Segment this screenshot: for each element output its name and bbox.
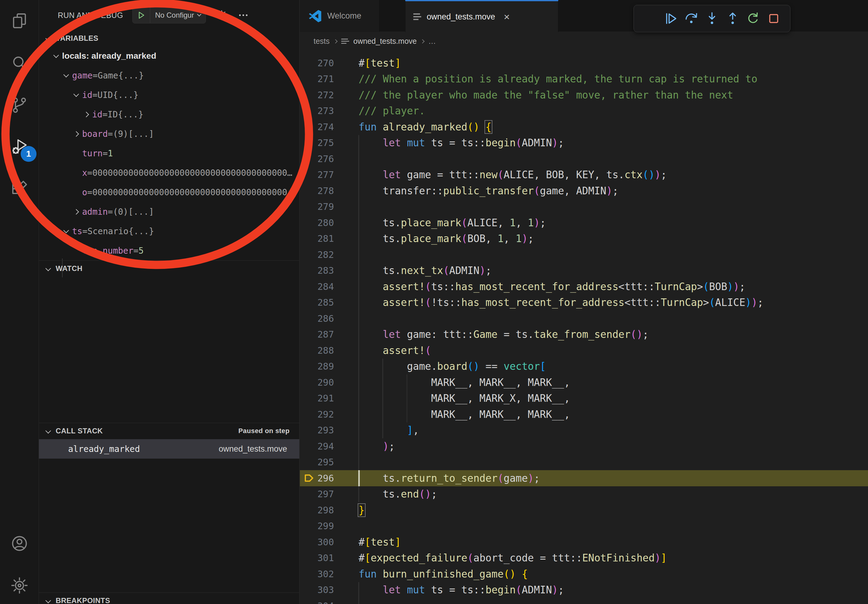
- code-line[interactable]: 292 MARK__, MARK__, MARK__,: [300, 406, 868, 423]
- variable-row[interactable]: txn_number = 5: [39, 241, 299, 260]
- chevron-down-icon[interactable]: [70, 94, 82, 96]
- code-line[interactable]: 275 let mut ts = ts::begin(ADMIN);: [300, 135, 868, 151]
- step-over-button[interactable]: [683, 10, 700, 27]
- variable-name: id: [92, 110, 102, 119]
- code-line[interactable]: 284 assert!(ts::has_most_recent_for_addr…: [300, 279, 868, 295]
- code-line[interactable]: 281 ts.place_mark(BOB, 1, 1);: [300, 231, 868, 247]
- code-line[interactable]: 286: [300, 311, 868, 327]
- line-number: 287: [315, 329, 334, 340]
- code-line[interactable]: 280 ts.place_mark(ALICE, 1, 1);: [300, 215, 868, 231]
- config-dropdown[interactable]: No Configur: [150, 11, 206, 19]
- line-number: 285: [315, 297, 334, 308]
- indent-guide: [358, 215, 359, 231]
- variable-row[interactable]: o = 000000000000000000000000000000000000…: [39, 183, 299, 202]
- toolbar-drag-handle[interactable]: [642, 10, 659, 27]
- code-line[interactable]: 290 MARK__, MARK__, MARK__,: [300, 375, 868, 390]
- search-icon[interactable]: [0, 47, 39, 80]
- code-line[interactable]: 297 ts.end();: [300, 486, 868, 502]
- variable-row[interactable]: x = 000000000000000000000000000000000000…: [39, 163, 299, 183]
- tab-owned-tests-move[interactable]: owned_tests.move ×: [405, 0, 558, 32]
- code-line[interactable]: 270#[test]: [300, 55, 868, 71]
- variable-row[interactable]: turn = 1: [39, 144, 299, 163]
- indent-guide: [382, 359, 383, 375]
- stack-frame-row[interactable]: already_marked owned_tests.move: [39, 439, 299, 458]
- watch-section-header[interactable]: WATCH: [39, 260, 299, 276]
- extensions-icon[interactable]: [0, 173, 39, 206]
- step-into-button[interactable]: [704, 10, 721, 27]
- variable-row[interactable]: ts = Scenario{...}: [39, 221, 299, 241]
- chevron-right-icon[interactable]: [80, 113, 92, 116]
- indent-guide: [358, 279, 359, 295]
- breadcrumb-folder[interactable]: tests: [313, 37, 330, 46]
- code-line[interactable]: 303 let mut ts = ts::begin(ADMIN);: [300, 582, 868, 598]
- code-line[interactable]: 293 ],: [300, 423, 868, 438]
- code-line[interactable]: 283 ts.next_tx(ADMIN);: [300, 263, 868, 279]
- scope-row[interactable]: locals: already_marked: [39, 46, 299, 66]
- breakpoints-section: BREAKPOINTS: [39, 592, 299, 604]
- code-line[interactable]: 300#[test]: [300, 534, 868, 550]
- code-line[interactable]: 302fun burn_unfinished_game() {: [300, 566, 868, 582]
- paused-status-badge: Paused on step: [239, 427, 299, 435]
- code-line[interactable]: 299: [300, 518, 868, 534]
- code-line[interactable]: 291 MARK__, MARK_X, MARK__,: [300, 390, 868, 407]
- chevron-down-icon[interactable]: [60, 230, 72, 232]
- chevron-right-icon[interactable]: [70, 132, 82, 136]
- variable-row[interactable]: admin = (0)[...]: [39, 202, 299, 221]
- code-line[interactable]: 298}: [300, 502, 868, 518]
- step-out-button[interactable]: [724, 10, 741, 27]
- variable-name: admin: [82, 207, 108, 217]
- code-line[interactable]: 289 game.board() == vector[: [300, 359, 868, 375]
- code-line[interactable]: 273/// player.: [300, 103, 868, 119]
- code-line[interactable]: 279: [300, 199, 868, 215]
- variables-section-header[interactable]: VARIABLES: [39, 30, 299, 46]
- code-line[interactable]: 295: [300, 454, 868, 471]
- code-line-text: [358, 151, 868, 167]
- code-line[interactable]: 276: [300, 151, 868, 167]
- current-line-marker-icon[interactable]: [303, 472, 315, 483]
- code-line[interactable]: 304: [300, 598, 868, 604]
- restart-button[interactable]: [744, 10, 761, 27]
- code-line-text: ts.place_mark(ALICE, 1, 1);: [358, 215, 868, 231]
- account-icon[interactable]: [0, 527, 39, 560]
- variable-row[interactable]: board = (9)[...]: [39, 124, 299, 144]
- settings-gear-icon[interactable]: [0, 569, 39, 602]
- close-icon[interactable]: ×: [504, 12, 510, 22]
- variable-row[interactable]: game = Game{...}: [39, 66, 299, 85]
- equals-sign: =: [93, 71, 98, 81]
- line-number: 278: [315, 186, 334, 196]
- variable-row[interactable]: id = ID{...}: [39, 105, 299, 124]
- line-number: 272: [315, 90, 334, 101]
- start-debug-button[interactable]: [133, 7, 150, 23]
- code-line[interactable]: 277 let game = ttt::new(ALICE, BOB, KEY,…: [300, 167, 868, 183]
- continue-button[interactable]: [662, 10, 679, 27]
- call-stack-section-header[interactable]: CALL STACK Paused on step: [39, 423, 299, 438]
- code-line[interactable]: 282: [300, 247, 868, 263]
- code-line[interactable]: 301#[expected_failure(abort_code = ttt::…: [300, 550, 868, 566]
- more-actions-icon[interactable]: [237, 9, 249, 21]
- code-line[interactable]: 287 let game: ttt::Game = ts.take_from_s…: [300, 327, 868, 343]
- variable-row[interactable]: id = UID{...}: [39, 85, 299, 105]
- explorer-icon[interactable]: [0, 4, 39, 38]
- tab-welcome[interactable]: Welcome: [300, 0, 380, 32]
- code-line[interactable]: 272/// the player who made the "false" m…: [300, 87, 868, 103]
- chevron-down-icon[interactable]: [60, 74, 72, 77]
- code-line[interactable]: 274fun already_marked() {: [300, 119, 868, 135]
- chevron-down-icon[interactable]: [50, 55, 62, 57]
- breadcrumb-file[interactable]: owned_tests.move: [353, 37, 417, 46]
- run-and-debug-icon[interactable]: 1: [0, 130, 39, 164]
- code-line[interactable]: 296 ts.return_to_sender(game);: [300, 470, 868, 486]
- code-line[interactable]: 294 );: [300, 438, 868, 454]
- source-control-icon[interactable]: [0, 88, 39, 122]
- breadcrumb-more[interactable]: …: [428, 37, 436, 46]
- code-line[interactable]: 288 assert!(: [300, 342, 868, 359]
- debug-settings-gear-icon[interactable]: [216, 10, 227, 21]
- breakpoints-section-header[interactable]: BREAKPOINTS: [39, 592, 299, 604]
- chevron-right-icon[interactable]: [70, 210, 82, 214]
- code-line[interactable]: 285 assert!(!ts::has_most_recent_for_add…: [300, 295, 868, 311]
- stop-button[interactable]: [765, 10, 782, 27]
- code-line[interactable]: 271/// When a position is already marked…: [300, 71, 868, 87]
- indent-guide: [358, 342, 359, 359]
- call-stack-section-label: CALL STACK: [56, 427, 103, 435]
- code-line[interactable]: 278 transfer::public_transfer(game, ADMI…: [300, 183, 868, 199]
- equals-sign: =: [108, 207, 113, 217]
